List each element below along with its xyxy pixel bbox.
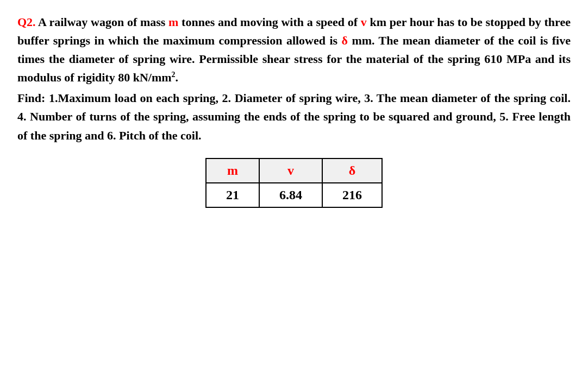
table-container: m v δ 21 6.84 216 <box>17 158 571 208</box>
variable-v: v <box>361 15 367 29</box>
header-m: m <box>206 158 259 183</box>
find-label: Find: <box>17 91 45 105</box>
header-delta: δ <box>322 158 382 183</box>
cell-m: 21 <box>206 183 259 207</box>
question-label: Q2. <box>17 15 36 29</box>
cell-v: 6.84 <box>259 183 322 207</box>
question-paragraph: Q2. A railway wagon of mass m tonnes and… <box>17 13 571 87</box>
question-text4: . <box>176 71 179 84</box>
question-intro: A railway wagon of mass <box>36 15 168 29</box>
values-table: m v δ 21 6.84 216 <box>205 158 383 208</box>
superscript-1: 2 <box>172 71 176 79</box>
find-text-content: 1.Maximum load on each spring, 2. Diamet… <box>17 91 571 142</box>
find-paragraph: Find: 1.Maximum load on each spring, 2. … <box>17 89 571 144</box>
question-text1: tonnes and moving with a speed of <box>178 15 360 29</box>
cell-delta: 216 <box>322 183 382 207</box>
table-row: 21 6.84 216 <box>206 183 382 207</box>
variable-m: m <box>168 15 178 29</box>
table-header-row: m v δ <box>206 158 382 183</box>
variable-delta: δ <box>342 34 348 47</box>
content-area: Q2. A railway wagon of mass m tonnes and… <box>17 13 571 208</box>
header-v: v <box>259 158 322 183</box>
